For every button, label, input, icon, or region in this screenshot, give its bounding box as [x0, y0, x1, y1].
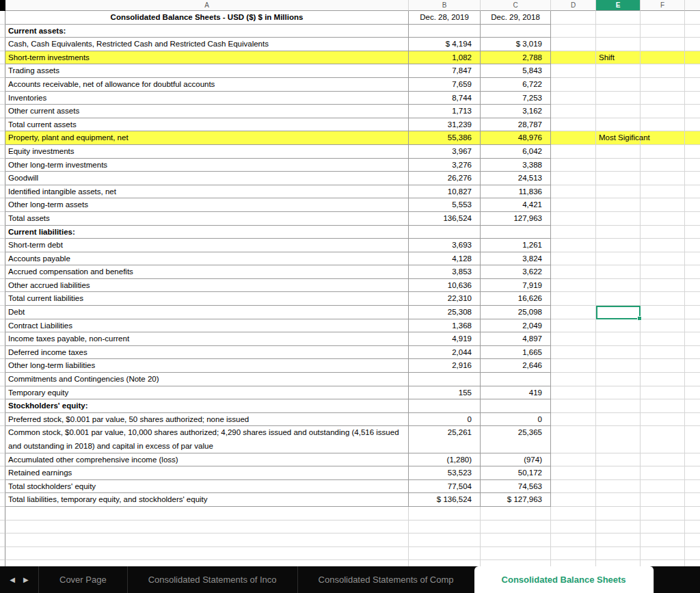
- cell-value-2019[interactable]: 5,553: [409, 198, 481, 212]
- cell-value-2018[interactable]: 7,919: [481, 279, 551, 293]
- row-header[interactable]: [0, 306, 5, 319]
- cell-value-2019[interactable]: 10,636: [409, 279, 481, 293]
- cell-value-2018[interactable]: 7,253: [481, 92, 551, 105]
- row-header[interactable]: [0, 453, 5, 467]
- cell-label[interactable]: Accumulated other comprehensive income (…: [5, 453, 409, 467]
- column-header-a[interactable]: A: [5, 0, 409, 11]
- cell-e[interactable]: [596, 466, 641, 480]
- cell-label[interactable]: Preferred stock, $0.001 par value, 50 sh…: [5, 413, 409, 427]
- sheet-tab-consolidated-statements-of-inco[interactable]: Consolidated Statements of Inco: [127, 566, 297, 593]
- cell-g[interactable]: [685, 279, 700, 293]
- cell-value-2019[interactable]: [409, 520, 481, 534]
- cell-f[interactable]: [641, 346, 685, 360]
- cell-e[interactable]: [596, 226, 641, 239]
- cell-value-2019[interactable]: 155: [409, 386, 481, 400]
- cell-label[interactable]: Temporary equity: [5, 386, 409, 400]
- cell-value-2019[interactable]: 0: [409, 413, 481, 427]
- cell-g[interactable]: [685, 38, 700, 51]
- cell-label[interactable]: Goodwill: [5, 172, 409, 185]
- cell-f[interactable]: [641, 386, 685, 400]
- cell-g[interactable]: [685, 239, 700, 252]
- row-header[interactable]: [0, 265, 5, 279]
- row-header[interactable]: [0, 346, 5, 360]
- cell-value-2019[interactable]: 3,967: [409, 145, 481, 159]
- cell-e[interactable]: [596, 279, 641, 293]
- cell-g[interactable]: [685, 453, 700, 467]
- cell-e[interactable]: [596, 252, 641, 266]
- cell-value-2018[interactable]: [481, 507, 551, 520]
- cell-d[interactable]: [551, 373, 596, 386]
- cell-d[interactable]: [551, 399, 596, 413]
- selected-cell[interactable]: [596, 306, 641, 319]
- cell-value-2019[interactable]: [409, 533, 481, 547]
- cell-d[interactable]: [551, 386, 596, 400]
- cell-d[interactable]: [551, 226, 596, 239]
- cell-g[interactable]: [685, 359, 700, 373]
- cell-e[interactable]: [596, 198, 641, 212]
- row-header[interactable]: [0, 560, 5, 566]
- cell-g[interactable]: [685, 118, 700, 132]
- cell-value-2018[interactable]: [481, 25, 551, 38]
- cell-value-2018[interactable]: 4,897: [481, 332, 551, 346]
- column-header-c[interactable]: C: [481, 0, 551, 11]
- cell-e[interactable]: [596, 292, 641, 306]
- cell-label[interactable]: Short-term debt: [5, 239, 409, 252]
- cell-value-2018[interactable]: 1,665: [481, 346, 551, 360]
- cell-value-2019[interactable]: 10,827: [409, 185, 481, 199]
- cell-f[interactable]: [641, 198, 685, 212]
- cell-d[interactable]: [551, 105, 596, 118]
- cell-d[interactable]: [551, 92, 596, 105]
- cell-e[interactable]: [596, 11, 641, 25]
- cell-value-2018[interactable]: 48,976: [481, 131, 551, 145]
- row-header[interactable]: [0, 64, 5, 78]
- cell-note[interactable]: Shift: [596, 51, 641, 65]
- row-header[interactable]: [0, 520, 5, 534]
- cell-e[interactable]: [596, 92, 641, 105]
- cell-f[interactable]: [641, 159, 685, 172]
- row-header[interactable]: [0, 493, 5, 507]
- cell-d[interactable]: [551, 560, 596, 566]
- cell-e[interactable]: [596, 172, 641, 185]
- cell-value-2018[interactable]: 2,646: [481, 359, 551, 373]
- row-header[interactable]: [0, 131, 5, 145]
- cell-d[interactable]: [551, 507, 596, 520]
- cell-value-2018[interactable]: (974): [481, 453, 551, 467]
- cell-d[interactable]: [551, 279, 596, 293]
- cell-g[interactable]: [685, 520, 700, 534]
- cell-value-2018[interactable]: 419: [481, 386, 551, 400]
- next-sheet-icon[interactable]: ▶: [23, 576, 29, 583]
- cell-g[interactable]: [685, 92, 700, 105]
- cell-value-2019[interactable]: 1,713: [409, 105, 481, 118]
- cell-e[interactable]: [596, 426, 641, 453]
- cell-f[interactable]: [641, 279, 685, 293]
- cell-value-2019[interactable]: 4,128: [409, 252, 481, 266]
- cell-value-2019[interactable]: 77,504: [409, 480, 481, 494]
- cell-value-2019[interactable]: 1,082: [409, 51, 481, 65]
- cell-f[interactable]: [641, 480, 685, 494]
- cell-d[interactable]: [551, 25, 596, 38]
- cell-g[interactable]: [685, 159, 700, 172]
- cell-g[interactable]: [685, 480, 700, 494]
- cell-value-2018[interactable]: [481, 399, 551, 413]
- cell-value-2018[interactable]: 50,172: [481, 466, 551, 480]
- cell-g[interactable]: [685, 105, 700, 118]
- cell-note[interactable]: Most Sigificant: [596, 131, 641, 145]
- cell-g[interactable]: [685, 319, 700, 333]
- row-header[interactable]: [0, 172, 5, 185]
- cell-d[interactable]: [551, 185, 596, 199]
- cell-e[interactable]: [596, 319, 641, 333]
- cell-value-2019[interactable]: 3,693: [409, 239, 481, 252]
- cell-f[interactable]: [641, 252, 685, 266]
- cell-e[interactable]: [596, 118, 641, 132]
- cell-g[interactable]: [685, 131, 700, 145]
- cell-f[interactable]: [641, 78, 685, 92]
- cell-g[interactable]: [685, 292, 700, 306]
- cell-e[interactable]: [596, 185, 641, 199]
- cell-f[interactable]: [641, 453, 685, 467]
- cell-value-2018[interactable]: 2,049: [481, 319, 551, 333]
- cell-label[interactable]: Current liabilities:: [5, 226, 409, 239]
- cell-e[interactable]: [596, 520, 641, 534]
- column-header-e[interactable]: E: [596, 0, 641, 11]
- cell-value-2018[interactable]: 11,836: [481, 185, 551, 199]
- cell-e[interactable]: [596, 493, 641, 507]
